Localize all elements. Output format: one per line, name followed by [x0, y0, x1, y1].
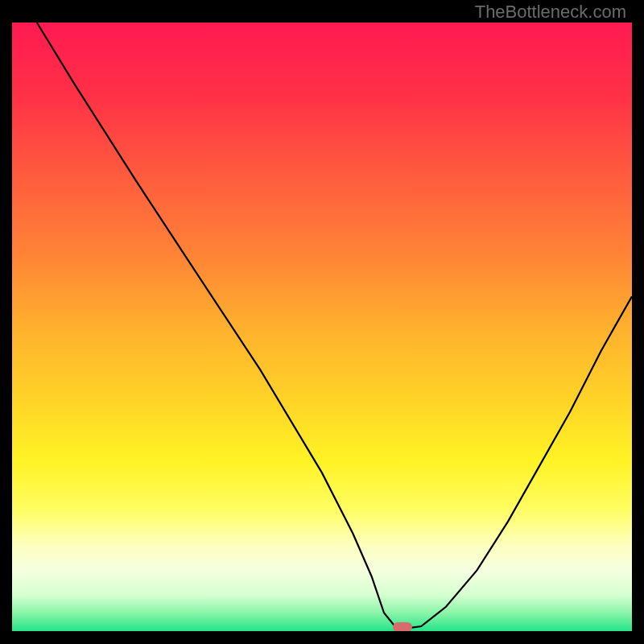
optimum-marker [393, 622, 412, 631]
bottleneck-curve [12, 23, 632, 631]
plot-area [12, 23, 632, 631]
watermark-text: TheBottleneck.com [475, 2, 626, 23]
chart-container: TheBottleneck.com [0, 0, 644, 644]
